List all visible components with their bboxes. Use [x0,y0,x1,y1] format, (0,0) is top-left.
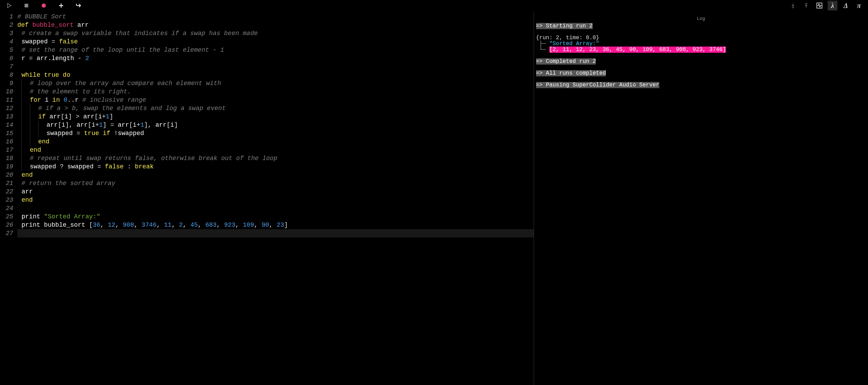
line-number: 11 [0,96,13,104]
line-number: 1 [0,12,13,21]
code-line[interactable]: def bubble_sort arr [17,21,534,29]
code-token: "Sorted Array:" [44,213,100,220]
code-line[interactable]: while true do [17,71,534,79]
line-number: 7 [0,62,13,71]
code-line[interactable]: swapped = false [17,37,534,46]
code-line[interactable]: if arr[i] > arr[i+1] [17,112,534,121]
code-token: ? [60,163,67,170]
code-line[interactable]: # if a > b, swap the elements and log a … [17,104,534,112]
code-token: if [38,113,49,120]
lambda-icon[interactable]: λ [828,1,837,10]
app-root: λ Δ π 1234567891011121314151617181920212… [0,0,868,385]
pi-icon[interactable]: π [854,1,864,10]
log-line [536,53,866,59]
code-token: # repeat until swap returns false, other… [30,155,277,162]
code-token: bubble_sort [32,22,74,28]
code-token: r [75,97,83,103]
code-token: def [17,22,32,28]
code-token: + [95,122,99,128]
code-token: , [183,221,191,228]
line-number: 21 [0,179,13,187]
code-line[interactable]: r = arr.length - 2 [17,54,534,62]
line-number: 22 [0,187,13,196]
code-token: [ [167,122,170,128]
log-line [536,29,866,35]
record-icon[interactable] [39,1,49,10]
play-icon[interactable] [4,1,14,10]
code-line[interactable]: end [17,196,534,204]
code-token: # inclusive range [82,97,146,103]
code-token: # if a > b, swap the elements and log a … [38,105,226,112]
code-token: # return the sorted array [22,180,115,187]
toolbar-right: λ Δ π [788,1,864,10]
code-line[interactable]: print "Sorted Array:" [17,212,534,221]
code-token: 2 [85,55,89,62]
line-number: 27 [0,229,13,237]
code-line[interactable]: # the element to its right. [17,87,534,96]
line-number: 14 [0,121,13,129]
code-content[interactable]: # BUBBLE Sortdef bubble_sort arr# create… [17,12,534,385]
code-line[interactable]: # create a swap variable that indicates … [17,29,534,37]
toolbar: λ Δ π [0,0,868,11]
code-line[interactable]: for i in 0..r # inclusive range [17,96,534,104]
code-token: bubble_sort [44,221,89,228]
code-token: [ [61,113,65,120]
stop-icon[interactable] [22,1,31,10]
code-token: false [59,38,78,45]
code-token: arr [47,122,58,128]
main-area: 1234567891011121314151617181920212223242… [0,11,868,385]
code-line[interactable]: # set the range of the loop until the la… [17,46,534,54]
code-line[interactable]: # return the sorted array [17,179,534,187]
code-token: if [103,130,114,137]
code-line[interactable]: # BUBBLE Sort [17,12,534,21]
code-line[interactable]: end [17,171,534,179]
arrows-up-icon[interactable] [801,1,811,10]
code-token: ], [65,122,76,128]
code-token: end [22,196,33,203]
code-line[interactable] [17,229,534,237]
code-line[interactable]: swapped = true if !swapped [17,129,534,137]
code-token: swapped [47,130,76,137]
code-token: i [170,122,174,128]
code-line[interactable]: end [17,146,534,154]
reply-icon[interactable] [74,1,83,10]
code-line[interactable]: print bubble_sort [36, 12, 908, 3746, 11… [17,221,534,229]
code-editor[interactable]: 1234567891011121314151617181920212223242… [0,11,534,385]
code-token: # BUBBLE Sort [17,13,66,20]
toolbar-left [4,1,83,10]
code-line[interactable]: end [17,137,534,146]
log-header: Log [534,11,868,23]
code-line[interactable]: # loop over the array and compare each e… [17,79,534,87]
code-token: ! [114,130,118,137]
arrows-down-icon[interactable] [788,1,798,10]
code-token: print [22,221,44,228]
delta-icon[interactable]: Δ [841,1,851,10]
code-token: for [30,97,45,103]
code-line[interactable]: swapped ? swapped = false : break [17,162,534,171]
code-token: = [110,122,118,128]
code-line[interactable] [17,62,534,71]
code-token: , [157,221,164,228]
code-token: arr [118,122,129,128]
code-token: true [84,130,103,137]
line-number: 15 [0,129,13,137]
code-line[interactable] [17,204,534,212]
code-token: 2 [179,221,183,228]
activity-icon[interactable] [815,1,824,10]
code-token: = [29,55,37,62]
code-token: 1 [140,122,144,128]
line-number: 10 [0,87,13,96]
code-line[interactable]: arr[i], arr[i+1] = arr[i+1], arr[i] [17,121,534,129]
log-line: => Starting run 2 [536,23,866,29]
add-icon[interactable] [56,1,66,10]
code-token: 11 [164,221,172,228]
code-token: swapped [118,130,144,137]
code-token: break [135,163,153,170]
code-token: 3746 [142,221,157,228]
code-line[interactable]: # repeat until swap returns false, other… [17,154,534,162]
line-number: 23 [0,196,13,204]
code-token: swapped [30,163,60,170]
code-line[interactable]: arr [17,187,534,196]
code-token: 0 [64,97,67,103]
code-token: ] [68,113,76,120]
